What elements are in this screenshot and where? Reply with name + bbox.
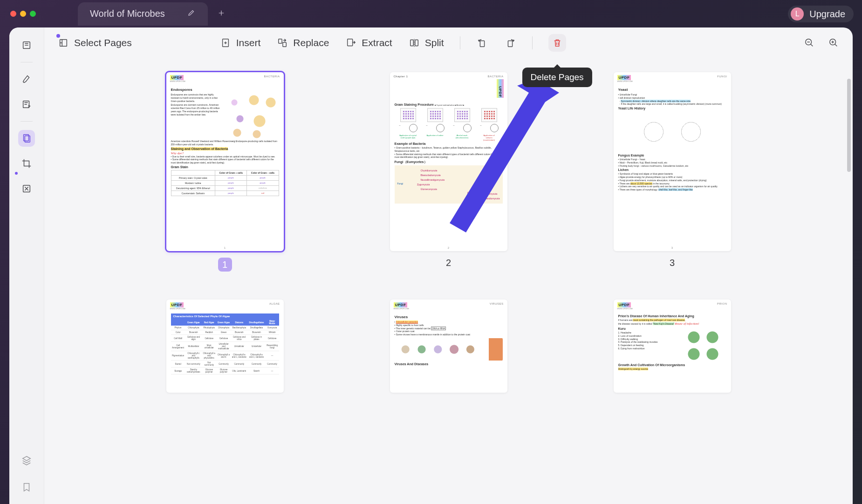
svg-rect-10 — [410, 40, 413, 46]
notification-dot — [56, 34, 60, 38]
page-thumbnail[interactable]: UPDFWWW.UPDF.COM VIRUSES Viruses • Intra… — [390, 300, 507, 393]
extract-icon — [345, 37, 357, 49]
organize-pages-button[interactable] — [18, 130, 35, 147]
insert-icon — [219, 37, 232, 49]
app-surface: Select Pages Insert Replace Extract — [9, 27, 853, 504]
page-thumbnail[interactable]: UPDFWWW.UPDF.COM PRION Prion's Disease O… — [614, 300, 731, 393]
delete-button-wrap: Delete Pages — [548, 34, 566, 52]
window-titlebar: World of Microbes L Upgrade — [0, 0, 862, 27]
left-sidebar — [9, 27, 44, 504]
page-thumbnail[interactable]: Chapter 1 BACTERIA UPDF Gram Staining Pr… — [390, 72, 507, 272]
watermark-tool-button[interactable] — [18, 180, 35, 197]
toolbar-separator — [532, 36, 533, 49]
close-window-button[interactable] — [10, 11, 16, 17]
toolbar-separator — [460, 36, 460, 49]
page-number: 2 — [446, 258, 451, 268]
page-thumbnail[interactable]: UPDFWWW.UPDF.COM FUNGI Yeast • Unicellul… — [614, 72, 731, 272]
delete-tooltip: Delete Pages — [522, 68, 592, 87]
replace-icon — [276, 37, 288, 49]
select-pages-button[interactable]: Select Pages — [57, 37, 132, 49]
extract-label: Extract — [362, 37, 392, 48]
page-number: 3 — [670, 258, 675, 268]
split-icon — [408, 37, 420, 49]
upgrade-button-label: Upgrade — [809, 9, 845, 20]
zoom-in-button[interactable] — [828, 37, 840, 49]
svg-rect-9 — [348, 39, 353, 46]
page-thumbnails-area[interactable]: UPDFWWW.UPDF.COM BACTERIA Endospores End… — [44, 58, 853, 504]
svg-rect-7 — [279, 39, 282, 43]
rotate-right-button[interactable] — [504, 37, 516, 49]
page-preview-3: UPDFWWW.UPDF.COM FUNGI Yeast • Unicellul… — [614, 72, 731, 251]
avatar: L — [791, 7, 804, 20]
highlighter-tool-button[interactable] — [18, 71, 35, 88]
fullscreen-window-button[interactable] — [30, 11, 36, 17]
delete-pages-button[interactable] — [548, 34, 566, 52]
minimize-window-button[interactable] — [20, 11, 26, 17]
page-preview-6: UPDFWWW.UPDF.COM PRION Prion's Disease O… — [614, 300, 731, 393]
rail-separator — [21, 121, 33, 122]
select-pages-label: Select Pages — [74, 37, 132, 48]
replace-button[interactable]: Replace — [276, 37, 329, 49]
page-thumbnail[interactable]: UPDFWWW.UPDF.COM BACTERIA Endospores End… — [166, 72, 284, 272]
svg-rect-11 — [415, 40, 418, 46]
zoom-out-button[interactable] — [803, 37, 815, 49]
replace-label: Replace — [293, 37, 329, 48]
active-indicator-dot — [15, 172, 18, 175]
traffic-lights — [10, 11, 36, 17]
page-preview-5: UPDFWWW.UPDF.COM VIRUSES Viruses • Intra… — [390, 300, 507, 393]
svg-rect-12 — [480, 41, 484, 47]
split-button[interactable]: Split — [408, 37, 444, 49]
rail-separator — [21, 62, 33, 62]
rotate-left-button[interactable] — [476, 37, 488, 49]
edit-tool-button[interactable] — [18, 96, 35, 113]
tab-title: World of Microbes — [90, 8, 165, 19]
crop-tool-button[interactable] — [18, 155, 35, 172]
svg-rect-13 — [508, 41, 512, 47]
account-area[interactable]: L Upgrade — [788, 6, 854, 22]
svg-rect-8 — [283, 42, 286, 47]
page-preview-4: UPDFWWW.UPDF.COM ALGAE Characteristics O… — [166, 300, 284, 393]
add-tab-button[interactable] — [217, 8, 226, 20]
split-label: Split — [425, 37, 444, 48]
scrollbar-thumb[interactable] — [847, 79, 851, 172]
page-preview-1: UPDFWWW.UPDF.COM BACTERIA Endospores End… — [166, 72, 284, 251]
document-tab[interactable]: World of Microbes — [78, 2, 208, 26]
layers-button[interactable] — [18, 452, 35, 469]
bookmark-button[interactable] — [18, 479, 35, 496]
insert-label: Insert — [236, 37, 261, 48]
extract-button[interactable]: Extract — [345, 37, 392, 49]
page-preview-2: Chapter 1 BACTERIA UPDF Gram Staining Pr… — [390, 72, 507, 251]
reader-mode-button[interactable] — [18, 37, 35, 54]
edit-tab-icon[interactable] — [187, 8, 196, 19]
page-thumbnail[interactable]: UPDFWWW.UPDF.COM ALGAE Characteristics O… — [166, 300, 284, 393]
select-pages-icon — [57, 37, 69, 49]
page-toolbar: Select Pages Insert Replace Extract — [44, 27, 853, 58]
page-number: 1 — [218, 258, 232, 272]
main-area: Select Pages Insert Replace Extract — [44, 27, 853, 504]
insert-button[interactable]: Insert — [219, 37, 261, 49]
